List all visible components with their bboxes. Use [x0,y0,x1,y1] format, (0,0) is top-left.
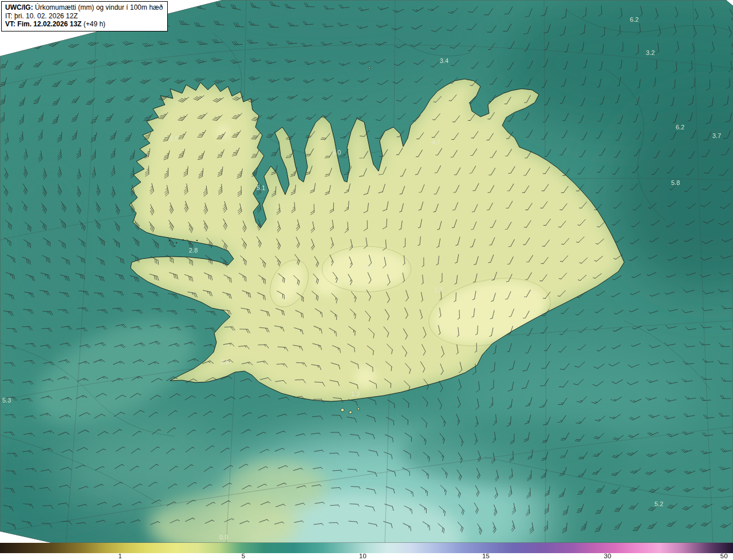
contour-label: 2.8 [189,247,198,254]
contour-label: 5.0 [332,149,341,156]
contour-label: 3.4 [440,57,448,64]
colorbar-tick-label: 50 [720,553,728,559]
contour-label: 3.7 [712,132,721,139]
product-label: UWC/IG: [5,3,33,11]
contour-label: 1.2 [434,286,443,293]
contour-label: 4.7 [432,139,440,145]
contour-label: 1.3 [351,391,360,397]
product-title: Úrkomumætti (mm) og vindur í 100m hæð [35,3,163,11]
contour-label: 3.2 [646,49,655,56]
colorbar-tick-label: 10 [359,553,366,559]
colorbar-gradient [0,543,733,553]
colorbar-labels: 1510153050 [0,553,733,560]
contour-label: 5.3 [2,397,11,404]
contour-label: 6.2 [630,16,639,23]
init-time-line: IT: þri. 10. 02. 2026 12Z [5,12,163,21]
contour-label: 1.4 [364,263,373,270]
contour-label: 5.2 [655,500,663,507]
contour-label: 2.6 [220,358,229,365]
forecast-info-box: UWC/IG: Úrkomumætti (mm) og vindur í 100… [1,1,168,31]
valid-time-line: VT: Fim. 12.02.2026 13Z (+49 h) [5,20,163,29]
colorbar-tick-label: 30 [604,553,612,559]
colorbar-tick-label: 1 [119,553,123,559]
contour-label: 2.6 [170,135,178,142]
contour-label: 0.9 [219,534,228,541]
colorbar-tick-label: 5 [242,553,246,559]
glacier-drangajokull [216,125,230,139]
contour-label: 5.8 [671,179,680,186]
valid-time: VT: Fim. 12.02.2026 13Z [5,20,81,28]
product-title-line: UWC/IG: Úrkomumætti (mm) og vindur í 100… [5,3,163,12]
contour-label: 6.2 [676,124,684,131]
valid-offset: (+49 h) [84,20,105,28]
colorbar-tick-label: 15 [482,553,490,559]
colorbar: 1510153050 [0,543,733,560]
init-time: IT: þri. 10. 02. 2026 12Z [5,12,78,20]
map-canvas: 6.23.23.42.64.75.06.23.75.85.12.81.41.22… [0,0,733,543]
contour-label: 5.1 [257,184,265,191]
weather-map: 6.23.23.42.64.75.06.23.75.85.12.81.41.22… [0,0,733,560]
